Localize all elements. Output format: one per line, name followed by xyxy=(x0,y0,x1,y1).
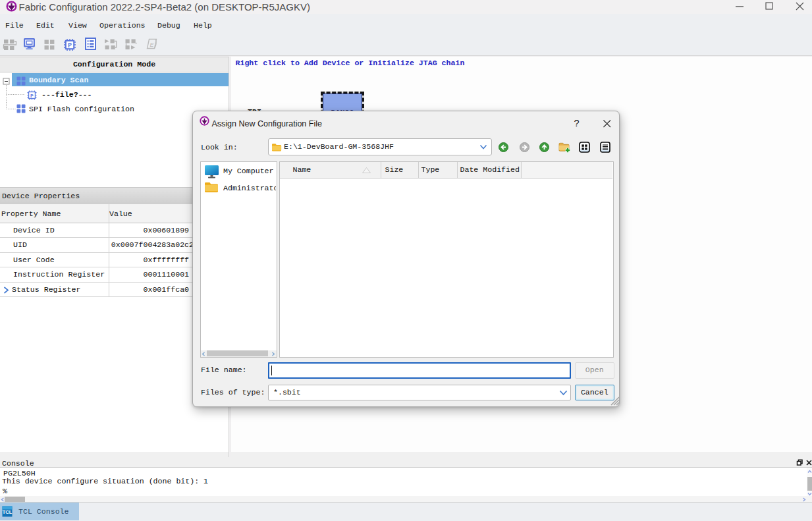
svg-text:E: E xyxy=(149,41,154,48)
svg-text:P: P xyxy=(30,93,34,99)
svg-text:P: P xyxy=(68,42,72,49)
svg-text:TCL: TCL xyxy=(3,509,13,515)
